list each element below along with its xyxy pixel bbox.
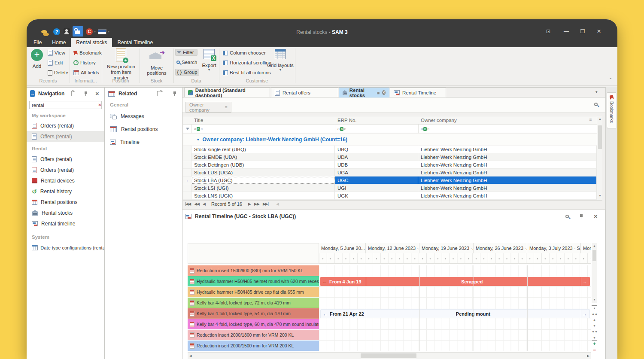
week-header[interactable]: Mon bbox=[581, 243, 591, 253]
timeline-row-track[interactable] bbox=[319, 319, 591, 330]
delete-button[interactable]: Delete bbox=[46, 69, 70, 76]
filter-button[interactable]: Filter bbox=[175, 49, 197, 56]
table-row[interactable]: Stock LUS (UGA) UGA Liebherr-Werk Nenzin… bbox=[183, 169, 597, 176]
move-positions-button[interactable]: ➜ Move positions bbox=[142, 50, 172, 76]
timeline-row-track[interactable]: ← From 4 Jun 19 Scrapped → bbox=[319, 276, 591, 287]
search-button[interactable]: Search bbox=[175, 59, 199, 66]
table-row-selected[interactable]: → Stock LBA (UGC) UGC Liebherr-Werk Nenz… bbox=[183, 176, 597, 184]
timeline-row-label[interactable]: Reduction insert 2000/1500 mm for VRM 20… bbox=[188, 341, 319, 351]
timeline-vertical-scrollbar[interactable]: ▲ ▼ bbox=[592, 243, 597, 303]
tab-rental-timeline[interactable]: Rental Timeline bbox=[112, 38, 158, 47]
sidebar-item-offers-rental[interactable]: Offers (rental) bbox=[27, 131, 104, 142]
pin-icon[interactable] bbox=[84, 91, 86, 96]
doc-tab-rental-offers[interactable]: Rental offers bbox=[271, 88, 338, 97]
tab-rental-stocks[interactable]: Rental stocks bbox=[71, 38, 112, 47]
week-header[interactable]: Monday, 26 June 2023 -... bbox=[474, 243, 527, 253]
group-by-chip[interactable]: Owner company ≣ bbox=[185, 102, 231, 113]
table-row[interactable]: Stock single rent (UBQ) UBQ Liebherr-Wer… bbox=[183, 146, 597, 153]
pin-icon[interactable] bbox=[173, 91, 177, 96]
export-button[interactable]: X Export ▾ bbox=[200, 49, 218, 72]
sidebar-item-rental-stocks[interactable]: Rental stocks bbox=[27, 207, 104, 218]
week-header[interactable]: Monday, 5 June 20... bbox=[319, 243, 366, 253]
step-up-icon[interactable]: ▲ bbox=[592, 317, 597, 322]
best-fit-button[interactable]: Best fit all columns bbox=[222, 69, 272, 76]
filter-abc-icon[interactable]: abc bbox=[337, 127, 346, 131]
filter-row-funnel-icon[interactable] bbox=[186, 128, 189, 130]
timeline-search-icon[interactable] bbox=[565, 215, 569, 218]
scroll-right-icon[interactable]: ▶ bbox=[587, 354, 589, 358]
sidebar-item-date-type-configurations[interactable]: Date type configurations (rental) bbox=[27, 242, 104, 253]
table-row[interactable]: Stock Dettingen (UDB) UDB Liebherr-Werk … bbox=[183, 161, 597, 169]
timeline-row-label[interactable]: Reduction insert 1500/900 (880) mm for V… bbox=[188, 265, 319, 276]
grid-group-row[interactable]: ▾ Owner company: Liebherr-Werk Nenzing G… bbox=[183, 134, 597, 145]
bookmark-button[interactable]: Bookmark bbox=[72, 49, 103, 56]
prev-record-icon[interactable]: ◀ bbox=[203, 202, 205, 206]
related-item-rental-positions[interactable]: Rental positions bbox=[105, 124, 182, 134]
ribbon-options-icon[interactable]: ⊡ bbox=[544, 28, 552, 35]
scrollbar-thumb[interactable] bbox=[598, 125, 602, 149]
grid-search-icon[interactable] bbox=[594, 103, 598, 106]
day-cells-row[interactable] bbox=[319, 253, 591, 264]
sidebar-item-offers-rental-2[interactable]: Offers (rental) bbox=[27, 154, 104, 164]
grid-vertical-scrollbar[interactable]: ▲ ▼ bbox=[597, 116, 602, 200]
table-row[interactable]: Stock LSI (UGI) UGI Liebherr-Werk Nenzin… bbox=[183, 184, 597, 192]
tab-list-dropdown-icon[interactable]: ▾ bbox=[595, 90, 598, 94]
table-row[interactable]: Stock LNS (UGK) UGK Liebherr-Werk Nenzin… bbox=[183, 192, 597, 200]
timeline-row-label[interactable]: Hydraulic hammer H50/H85 drive cap flat … bbox=[188, 287, 319, 298]
filter-abc-icon[interactable]: abc bbox=[421, 127, 429, 131]
group-button[interactable]: { }Group bbox=[175, 69, 199, 76]
scroll-top-icon[interactable]: ▲ bbox=[592, 305, 597, 310]
grid-layouts-button[interactable]: Grid layouts ▾ bbox=[267, 49, 294, 72]
timeline-row-label[interactable]: Kelly bar 4-fold, locked type, 72 m, dia… bbox=[188, 298, 319, 308]
sidebar-item-orders-rental[interactable]: Orders (rental) bbox=[27, 120, 104, 131]
scroll-left-icon[interactable]: ◀ bbox=[189, 354, 191, 358]
week-header[interactable]: Monday, 3 July 2023 - S... bbox=[527, 243, 581, 253]
scrollbar-thumb[interactable] bbox=[592, 250, 596, 261]
edit-button[interactable]: Edit bbox=[46, 59, 64, 66]
scroll-up-icon[interactable]: ▲ bbox=[598, 117, 601, 120]
pending-mount-bar[interactable]: ← From 21 Apr 22 Pending mount → bbox=[320, 309, 590, 318]
related-item-timeline[interactable]: Timeline bbox=[105, 137, 182, 147]
sidebar-item-orders-rental-2[interactable]: Orders (rental) bbox=[27, 164, 104, 175]
zoom-in-icon[interactable]: + bbox=[592, 341, 597, 347]
close-button[interactable]: ✕ bbox=[595, 28, 603, 35]
edit-panel-icon[interactable] bbox=[71, 91, 74, 96]
restore-button[interactable]: ❐ bbox=[579, 28, 586, 35]
related-item-messages[interactable]: Messages bbox=[105, 111, 182, 122]
grid-filter-row[interactable]: abc abc abc bbox=[183, 125, 597, 133]
minimize-button[interactable]: — bbox=[562, 28, 570, 35]
scroll-down-icon[interactable]: ▼ bbox=[598, 194, 601, 197]
scroll-down-icon[interactable]: ▼ bbox=[593, 298, 596, 301]
sidebar-item-rental-history[interactable]: ↺ Rental history bbox=[27, 186, 104, 197]
doc-tab-rental-timeline[interactable]: Rental Timeline bbox=[390, 88, 446, 97]
bookmarks-dock-tab[interactable]: Bookmarks bbox=[607, 92, 616, 128]
horizontal-scrolling-button[interactable]: Horizontal scrolling bbox=[222, 59, 273, 66]
timeline-row-label[interactable]: Kelly bar 4-fold, locked type, 60 m, dia… bbox=[188, 319, 319, 330]
all-fields-button[interactable]: All fields bbox=[72, 69, 100, 76]
navigation-search[interactable]: ✕ bbox=[29, 101, 102, 109]
page-down-icon[interactable]: ▼▼ bbox=[592, 329, 597, 335]
new-position-button[interactable]: + New position from item master bbox=[104, 49, 138, 81]
collapse-group-icon[interactable]: ▾ bbox=[197, 137, 199, 142]
grid-header-owner[interactable]: Owner company bbox=[418, 116, 597, 125]
tab-close-icon[interactable]: ✕ bbox=[382, 90, 386, 95]
hscroll-left-icon[interactable]: ◀ bbox=[276, 202, 279, 206]
close-panel-icon[interactable]: ✕ bbox=[95, 91, 99, 96]
last-record-icon[interactable]: ▶▶| bbox=[263, 202, 268, 206]
column-chooser-button[interactable]: Column chooser bbox=[222, 49, 267, 56]
tab-pin-icon[interactable] bbox=[376, 91, 380, 94]
tab-home[interactable]: Home bbox=[47, 38, 71, 47]
timeline-pin-icon[interactable] bbox=[579, 214, 583, 219]
doc-tab-rental-stocks[interactable]: Rental stocks ✕ bbox=[339, 88, 389, 97]
timeline-row-label[interactable]: Kelly bar 4-fold, locked type, 54 m, dia… bbox=[188, 308, 319, 319]
navigation-search-input[interactable] bbox=[30, 103, 98, 108]
sidebar-item-rental-positions[interactable]: Rental positions bbox=[27, 197, 104, 207]
grid-header-title[interactable]: Title bbox=[191, 116, 335, 125]
page-up-icon[interactable]: ▲▲ bbox=[592, 311, 597, 316]
timeline-row-track[interactable] bbox=[319, 341, 591, 351]
sidebar-item-rental-devices[interactable]: Rental devices bbox=[27, 175, 104, 186]
timeline-row-track[interactable]: ← From 21 Apr 22 Pending mount → bbox=[319, 308, 591, 319]
prev-page-icon[interactable]: ◀◀ bbox=[194, 202, 199, 206]
add-button[interactable]: + Add bbox=[29, 49, 45, 69]
timeline-row-track[interactable] bbox=[319, 265, 591, 276]
